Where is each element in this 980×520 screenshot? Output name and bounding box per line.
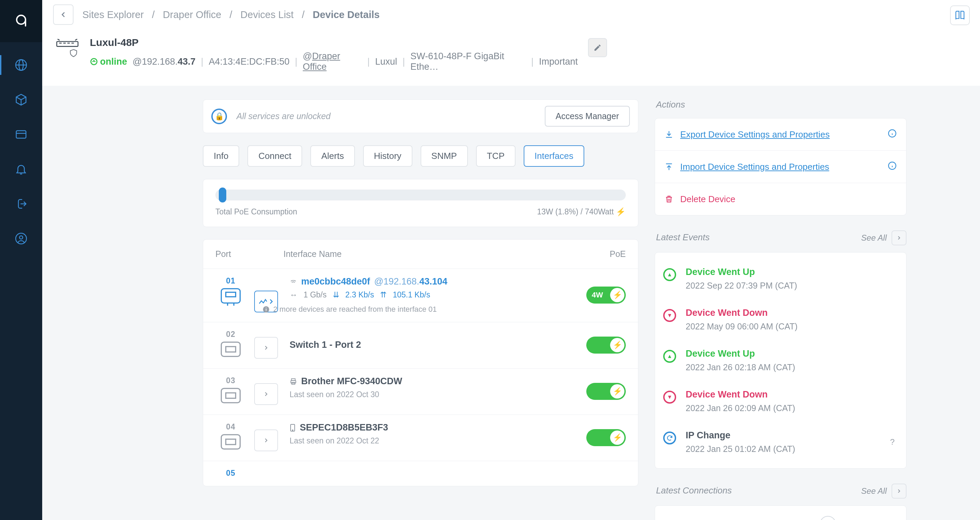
port-number: 04	[226, 422, 235, 431]
breadcrumb-current: Device Details	[313, 9, 380, 21]
svg-rect-20	[221, 434, 240, 449]
poe-bar[interactable]	[215, 189, 626, 200]
port-number: 02	[226, 330, 235, 339]
nav-cube-icon[interactable]	[0, 93, 42, 106]
access-manager-button[interactable]: Access Manager	[545, 106, 630, 127]
device-mac: A4:13:4E:DC:FB:50	[209, 57, 290, 67]
event-row: ▲ Device Went Up2022 Sep 22 07:39 PM (CA…	[663, 261, 903, 302]
delete-action[interactable]: Delete Device	[655, 183, 906, 215]
plus-icon[interactable]: +	[820, 516, 836, 520]
phone-icon	[290, 424, 296, 432]
poe-handle[interactable]	[219, 188, 226, 202]
lock-icon: 🔒	[211, 108, 227, 124]
event-row: ▲ Device Went Up2022 Jan 26 02:18 AM (CA…	[663, 342, 903, 383]
app-sidebar	[0, 0, 42, 520]
see-all-connections[interactable]: See All	[861, 486, 887, 496]
info-icon	[262, 305, 270, 313]
topbar: Sites Explorer/ Draper Office/ Devices L…	[42, 0, 980, 30]
port-row: 01 me0cbbc48de0f @192.168.43.104 ↔	[203, 269, 638, 322]
breadcrumb-devices[interactable]: Devices List	[240, 9, 294, 21]
sync-icon	[663, 431, 676, 444]
svg-point-7	[91, 59, 97, 65]
app-logo[interactable]	[0, 0, 42, 42]
tab-history[interactable]: History	[363, 145, 412, 167]
port-expand-button[interactable]	[254, 383, 278, 405]
bolt-icon: ⚡	[610, 384, 624, 399]
nav-card-icon[interactable]	[0, 128, 42, 141]
wifi-icon	[290, 278, 297, 286]
port-icon	[220, 386, 242, 406]
ports-table: Port Interface Name PoE 01	[203, 239, 638, 486]
info-icon[interactable]	[888, 161, 897, 173]
col-port: Port	[215, 249, 283, 259]
port-name: Switch 1 - Port 2	[290, 340, 578, 350]
device-site[interactable]: @Draper Office	[303, 51, 362, 72]
help-book-icon[interactable]	[950, 5, 970, 25]
poe-toggle[interactable]: 4W ⚡	[586, 286, 626, 304]
nav-globe-icon[interactable]	[0, 59, 42, 72]
bolt-icon: ⚡	[610, 288, 624, 302]
export-action[interactable]: Export Device Settings and Properties	[655, 118, 906, 150]
see-all-events[interactable]: See All	[861, 233, 887, 243]
printer-icon	[290, 378, 297, 385]
trash-icon	[665, 195, 673, 204]
event-row: IP Change2022 Jan 25 01:02 AM (CAT) ?	[663, 424, 903, 465]
download-icon: ⇊	[333, 290, 339, 299]
tab-connect[interactable]: Connect	[247, 145, 302, 167]
svg-rect-6	[57, 41, 78, 46]
port-number: 03	[226, 376, 235, 385]
chevron-right-icon[interactable]	[891, 231, 907, 245]
device-name: Luxul-48P	[90, 37, 578, 48]
poe-consumption-box: Total PoE Consumption 13W (1.8%) / 740Wa…	[203, 179, 638, 227]
svg-rect-9	[226, 292, 236, 297]
upload-icon	[665, 162, 673, 171]
edit-button[interactable]	[588, 38, 607, 57]
actions-box: Export Device Settings and Properties Im…	[655, 118, 907, 215]
create-connection-box[interactable]: Create a Connection +	[655, 506, 907, 520]
col-interface: Interface Name	[283, 249, 342, 259]
breadcrumb-sites[interactable]: Sites Explorer	[82, 9, 144, 21]
main-content: Sites Explorer/ Draper Office/ Devices L…	[42, 0, 980, 520]
down-icon: ▼	[663, 391, 676, 404]
nav-user-icon[interactable]	[0, 232, 42, 245]
port-active-icon	[220, 287, 242, 307]
svg-rect-12	[266, 308, 266, 309]
breadcrumb: Sites Explorer/ Draper Office/ Devices L…	[82, 9, 380, 21]
tab-tcp[interactable]: TCP	[476, 145, 515, 167]
tab-interfaces[interactable]: Interfaces	[524, 145, 584, 167]
port-device-name[interactable]: me0cbbc48de0f @192.168.43.104	[290, 276, 578, 287]
port-device-name: SEPEC1D8B5EB3F3	[290, 422, 578, 433]
port-expand-button[interactable]	[254, 337, 278, 359]
svg-point-4	[16, 233, 27, 244]
actions-label: Actions	[655, 99, 907, 111]
info-icon[interactable]	[888, 129, 897, 140]
event-row: ▼ Device Went Down2022 Jan 26 02:09 AM (…	[663, 383, 903, 424]
breadcrumb-office[interactable]: Draper Office	[163, 9, 221, 21]
event-row: ▼ Device Went Down2022 May 09 06:00 AM (…	[663, 302, 903, 342]
import-action[interactable]: Import Device Settings and Properties	[655, 151, 906, 183]
port-lastseen: Last seen on 2022 Oct 30	[290, 390, 578, 399]
poe-toggle[interactable]: ⚡	[586, 383, 626, 400]
tab-info[interactable]: Info	[203, 145, 239, 167]
back-button[interactable]	[53, 5, 73, 25]
nav-logout-icon[interactable]	[0, 197, 42, 210]
port-expand-button[interactable]	[254, 429, 278, 451]
download-icon	[665, 130, 673, 139]
poe-toggle[interactable]: ⚡	[586, 429, 626, 446]
nav-bell-icon[interactable]	[0, 163, 42, 176]
device-priority: Important	[539, 57, 578, 67]
chevron-right-icon[interactable]	[891, 483, 907, 499]
port-ip: @192.168.43.104	[374, 276, 447, 287]
upload-icon: ⇈	[380, 290, 387, 299]
up-icon: ▲	[663, 350, 676, 363]
bolt-icon: ⚡	[616, 207, 626, 216]
tab-alerts[interactable]: Alerts	[310, 145, 355, 167]
poe-toggle[interactable]: ⚡	[586, 337, 626, 354]
question-icon[interactable]: ?	[890, 437, 894, 447]
svg-point-5	[19, 236, 23, 239]
svg-rect-21	[226, 439, 236, 444]
down-icon: ▼	[663, 309, 676, 322]
tab-snmp[interactable]: SNMP	[421, 145, 468, 167]
port-row: 04 SEPEC1D8B5EB3F3 Last seen on 2022 Oct…	[203, 415, 638, 461]
bolt-icon: ⚡	[610, 431, 624, 445]
